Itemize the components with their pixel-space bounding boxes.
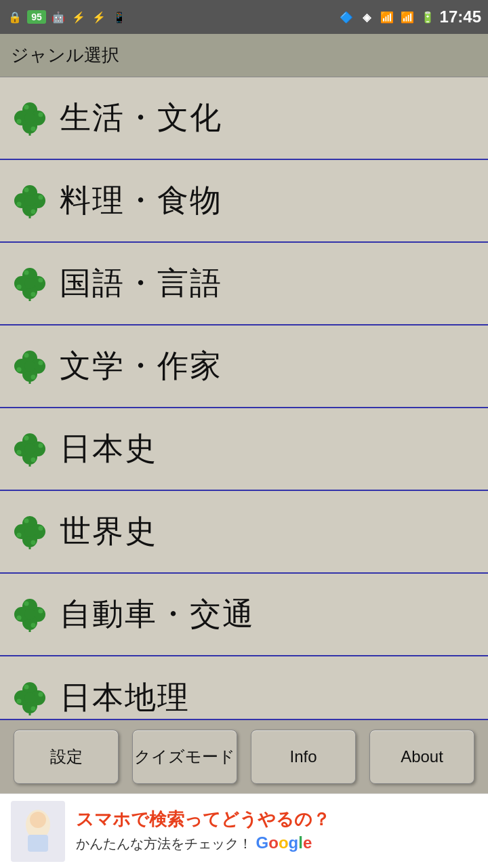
status-right-icons: 🔷 ◈ 📶 📶 🔋 17:45 xyxy=(338,7,481,26)
svg-point-26 xyxy=(24,271,29,275)
svg-point-6 xyxy=(24,105,29,110)
list-item-7[interactable]: 自動車・交通 xyxy=(0,574,488,656)
nav-button-settings[interactable]: 設定 xyxy=(14,730,119,784)
list-item-8[interactable]: 日本地理 xyxy=(0,656,488,723)
list-item-5[interactable]: 日本史 xyxy=(0,408,488,491)
svg-point-57 xyxy=(39,526,43,531)
svg-point-44 xyxy=(24,443,35,454)
list-item-6[interactable]: 世界史 xyxy=(0,491,488,574)
ad-main-text: スマホで検索ってどうやるの？ xyxy=(76,809,477,830)
svg-point-81 xyxy=(30,812,46,828)
nav-button-about[interactable]: About xyxy=(369,730,474,784)
svg-point-74 xyxy=(24,692,35,703)
svg-point-79 xyxy=(17,699,22,704)
lock-icon: 🔒 xyxy=(7,9,23,25)
svg-point-28 xyxy=(31,292,36,297)
svg-point-66 xyxy=(24,601,29,606)
clover-icon-1 xyxy=(11,99,49,137)
svg-point-68 xyxy=(31,623,36,628)
list-item-1[interactable]: 生活・文化 xyxy=(0,77,488,160)
battery-percentage: 95 xyxy=(27,10,46,24)
clover-icon-6 xyxy=(11,513,49,551)
svg-point-78 xyxy=(31,707,36,711)
google-logo: Google xyxy=(256,833,312,852)
status-left-icons: 🔒 95 🤖 ⚡ ⚡ 📱 xyxy=(7,9,127,25)
status-bar: 🔒 95 🤖 ⚡ ⚡ 📱 🔷 ◈ 📶 📶 🔋 17:45 xyxy=(0,0,488,34)
list-item-4[interactable]: 文学・作家 xyxy=(0,326,488,408)
wifi-icon: 📶 xyxy=(379,9,395,25)
svg-point-47 xyxy=(39,443,43,448)
phone-icon: 📱 xyxy=(111,9,127,25)
time-display: 17:45 xyxy=(440,7,481,26)
usb-icon-2: ⚡ xyxy=(91,9,107,25)
nav-button-quiz-mode[interactable]: クイズモード xyxy=(132,730,237,784)
ad-sub-text: かんたんな方法をチェック！ Google xyxy=(76,833,477,853)
genre-list: 生活・文化 料理・食物 xyxy=(0,77,488,723)
svg-point-56 xyxy=(24,519,29,524)
gps-icon: ◈ xyxy=(359,9,375,25)
svg-point-49 xyxy=(17,450,22,455)
clover-icon-4 xyxy=(11,347,49,385)
svg-point-36 xyxy=(24,353,29,358)
item-label-4: 文学・作家 xyxy=(60,345,222,387)
nav-button-info[interactable]: Info xyxy=(251,730,356,784)
android-icon: 🤖 xyxy=(50,9,66,25)
svg-point-18 xyxy=(31,210,36,214)
item-label-6: 世界史 xyxy=(60,511,157,553)
svg-point-19 xyxy=(17,202,22,207)
svg-point-69 xyxy=(17,616,22,620)
svg-point-46 xyxy=(24,436,29,441)
svg-point-24 xyxy=(24,278,35,289)
svg-point-14 xyxy=(24,195,35,206)
svg-point-27 xyxy=(39,278,43,283)
usb-icon: ⚡ xyxy=(70,9,87,25)
svg-point-59 xyxy=(17,533,22,538)
svg-point-58 xyxy=(31,540,36,545)
svg-point-38 xyxy=(31,375,36,380)
bluetooth-icon: 🔷 xyxy=(338,9,354,25)
app-title: ジャンル選択 xyxy=(11,43,119,67)
svg-point-54 xyxy=(24,526,35,537)
svg-point-7 xyxy=(39,113,43,117)
svg-point-4 xyxy=(24,113,35,123)
bottom-navigation: 設定クイズモードInfoAbout xyxy=(0,719,488,793)
svg-point-9 xyxy=(17,119,22,124)
svg-point-67 xyxy=(39,609,43,614)
item-label-5: 日本史 xyxy=(60,428,157,470)
clover-icon-5 xyxy=(11,430,49,468)
item-label-8: 日本地理 xyxy=(60,677,190,719)
ad-image xyxy=(11,801,65,862)
svg-point-76 xyxy=(24,685,29,690)
clover-icon-7 xyxy=(11,595,49,633)
app-bar: ジャンル選択 xyxy=(0,34,488,77)
genre-list-container: 生活・文化 料理・食物 xyxy=(0,77,488,723)
item-label-3: 国語・言語 xyxy=(60,262,222,304)
svg-point-48 xyxy=(31,458,36,462)
battery-icon: 🔋 xyxy=(420,9,436,25)
clover-icon-8 xyxy=(11,679,49,717)
svg-point-34 xyxy=(24,361,35,372)
item-label-7: 自動車・交通 xyxy=(60,593,255,635)
svg-point-77 xyxy=(39,692,43,697)
signal-icon: 📶 xyxy=(399,9,415,25)
svg-point-64 xyxy=(24,609,35,620)
item-label-1: 生活・文化 xyxy=(60,97,222,139)
svg-point-29 xyxy=(17,285,22,290)
svg-rect-82 xyxy=(28,835,48,852)
ad-text-area: スマホで検索ってどうやるの？ かんたんな方法をチェック！ Google xyxy=(76,809,477,852)
svg-point-8 xyxy=(31,127,36,132)
list-item-2[interactable]: 料理・食物 xyxy=(0,160,488,243)
list-item-3[interactable]: 国語・言語 xyxy=(0,243,488,326)
ad-banner[interactable]: スマホで検索ってどうやるの？ かんたんな方法をチェック！ Google xyxy=(0,793,488,868)
svg-point-17 xyxy=(39,195,43,200)
item-label-2: 料理・食物 xyxy=(60,180,222,222)
svg-point-37 xyxy=(39,361,43,366)
clover-icon-3 xyxy=(11,264,49,302)
clover-icon-2 xyxy=(11,182,49,220)
svg-point-16 xyxy=(24,188,29,193)
svg-point-39 xyxy=(17,368,22,372)
